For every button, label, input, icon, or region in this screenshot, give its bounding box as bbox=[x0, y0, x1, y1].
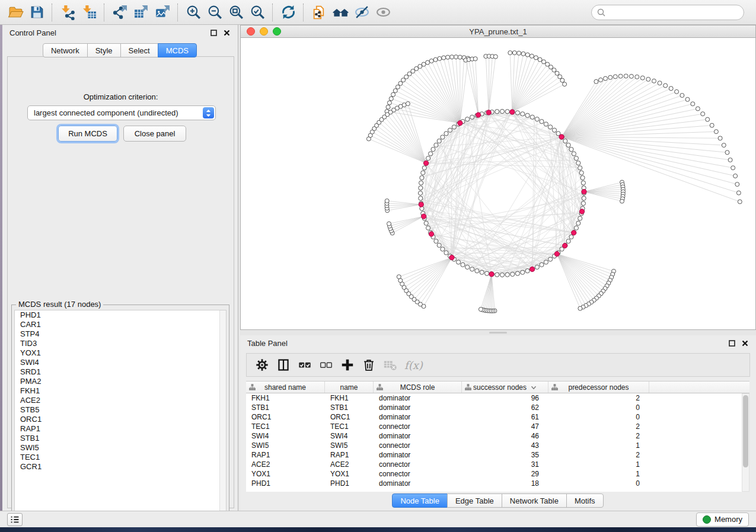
search-input[interactable] bbox=[609, 7, 738, 17]
float-panel-icon[interactable] bbox=[728, 339, 736, 347]
column-label: successor nodes bbox=[473, 383, 527, 392]
mcds-result-item[interactable]: RAP1 bbox=[15, 424, 226, 434]
mcds-result-item[interactable]: ORC1 bbox=[15, 415, 226, 424]
export-table-icon[interactable] bbox=[130, 2, 152, 23]
column-header-successor-nodes[interactable]: successor nodes bbox=[462, 382, 548, 393]
mcds-result-item[interactable]: PHD1 bbox=[15, 310, 226, 320]
hide-selected-icon[interactable] bbox=[351, 2, 372, 23]
cell-MCDS-role: dominator bbox=[374, 393, 462, 403]
column-header-shared-name[interactable]: shared name bbox=[246, 382, 325, 393]
import-network-icon[interactable] bbox=[57, 2, 78, 23]
cell-MCDS-role: dominator bbox=[374, 412, 462, 422]
toolbar-separator bbox=[104, 4, 105, 21]
mcds-result-item[interactable]: STP4 bbox=[15, 329, 226, 339]
cell-predecessor-nodes: 2 bbox=[548, 450, 649, 460]
table-row[interactable]: PHD1PHD1dominator180 bbox=[246, 479, 742, 488]
memory-label: Memory bbox=[714, 515, 742, 524]
column-header-name[interactable]: name bbox=[325, 382, 374, 393]
show-columns-icon[interactable] bbox=[294, 355, 315, 374]
table-row[interactable]: TEC1TEC1connector472 bbox=[246, 422, 742, 431]
close-panel-button[interactable]: Close panel bbox=[123, 126, 186, 142]
cell-name: STB1 bbox=[325, 403, 374, 412]
table-row[interactable]: SWI5SWI5connector431 bbox=[246, 441, 742, 450]
mcds-result-item[interactable]: PMA2 bbox=[15, 377, 226, 386]
table-row[interactable]: SWI4SWI4dominator462 bbox=[246, 431, 742, 441]
table-row[interactable]: ACE2ACE2connector311 bbox=[246, 460, 742, 469]
zoom-out-icon[interactable] bbox=[204, 2, 225, 23]
table-row[interactable]: STB1STB1dominator620 bbox=[246, 403, 742, 412]
tab-motifs[interactable]: Motifs bbox=[566, 493, 604, 508]
network-canvas[interactable] bbox=[240, 38, 756, 330]
tab-network-table[interactable]: Network Table bbox=[502, 493, 567, 508]
tab-mcds[interactable]: MCDS bbox=[158, 43, 197, 57]
column-type-icon bbox=[377, 384, 383, 390]
mcds-result-list[interactable]: PHD1CAR1STP4TID3YOX1SWI4SRD1PMA2FKH1ACE2… bbox=[14, 310, 227, 521]
tab-style[interactable]: Style bbox=[87, 43, 121, 57]
tab-node-table[interactable]: Node Table bbox=[392, 493, 448, 508]
cell-successor-nodes: 96 bbox=[462, 393, 548, 403]
tab-select[interactable]: Select bbox=[120, 43, 158, 57]
duplicate-icon[interactable] bbox=[308, 2, 330, 23]
mcds-result-item[interactable]: GCR1 bbox=[15, 462, 226, 472]
settings-icon[interactable] bbox=[251, 355, 273, 374]
table-panel: Table Panel f(x) shared namenameMCDS rol… bbox=[240, 335, 756, 511]
mcds-result-item[interactable]: STB5 bbox=[15, 405, 226, 415]
cell-predecessor-nodes: 1 bbox=[548, 441, 649, 450]
table-scrollbar-thumb[interactable] bbox=[743, 395, 748, 467]
mcds-result-item[interactable]: SWI4 bbox=[15, 358, 226, 367]
refresh-icon[interactable] bbox=[277, 2, 299, 23]
close-panel-icon[interactable] bbox=[741, 339, 749, 347]
float-panel-icon[interactable] bbox=[210, 29, 218, 37]
zoom-fit-icon[interactable] bbox=[225, 2, 247, 23]
zoom-selected-icon[interactable] bbox=[247, 2, 268, 23]
horizontal-splitter[interactable] bbox=[240, 330, 756, 335]
table-row[interactable]: RAP1RAP1dominator352 bbox=[246, 450, 742, 460]
mcds-result-item[interactable]: YOX1 bbox=[15, 348, 226, 358]
network-window-titlebar[interactable]: YPA_prune.txt_1 bbox=[240, 25, 756, 38]
mcds-result-item[interactable]: ACE2 bbox=[15, 396, 226, 405]
cell-shared-name: RAP1 bbox=[246, 450, 325, 460]
table-scrollbar[interactable] bbox=[742, 393, 749, 492]
network-graph[interactable] bbox=[241, 38, 755, 329]
cell-successor-nodes: 46 bbox=[462, 431, 548, 441]
mcds-result-item[interactable]: STB1 bbox=[15, 434, 226, 443]
cell-shared-name: ORC1 bbox=[246, 412, 325, 422]
column-header-MCDS-role[interactable]: MCDS role bbox=[374, 382, 462, 393]
add-icon[interactable] bbox=[337, 355, 358, 374]
cell-predecessor-nodes: 1 bbox=[548, 469, 649, 479]
save-icon[interactable] bbox=[26, 2, 47, 23]
mcds-result-item[interactable]: CAR1 bbox=[15, 320, 226, 329]
cell-shared-name: FKH1 bbox=[246, 393, 325, 403]
import-table-icon[interactable] bbox=[78, 2, 100, 23]
delete-icon[interactable] bbox=[358, 355, 379, 374]
table-panel-title: Table Panel bbox=[247, 339, 288, 348]
toolbar-separator bbox=[303, 4, 304, 21]
close-panel-icon[interactable] bbox=[223, 29, 231, 37]
export-network-icon[interactable] bbox=[109, 2, 130, 23]
memory-status-icon bbox=[703, 515, 711, 524]
zoom-in-icon[interactable] bbox=[183, 2, 204, 23]
cell-successor-nodes: 29 bbox=[462, 469, 548, 479]
run-mcds-button[interactable]: Run MCDS bbox=[58, 126, 117, 142]
criterion-select[interactable]: largest connected component (undirected) bbox=[27, 105, 216, 120]
mcds-list-scrollbar[interactable] bbox=[219, 310, 226, 520]
mcds-result-item[interactable]: TID3 bbox=[15, 339, 226, 348]
tab-network[interactable]: Network bbox=[43, 43, 88, 57]
column-header-predecessor-nodes[interactable]: predecessor nodes bbox=[548, 382, 649, 393]
hide-columns-icon[interactable] bbox=[315, 355, 337, 374]
table-row[interactable]: YOX1YOX1connector291 bbox=[246, 469, 742, 479]
table-row[interactable]: FKH1FKH1dominator962 bbox=[246, 393, 742, 403]
mcds-result-item[interactable]: SWI5 bbox=[15, 443, 226, 453]
mcds-result-item[interactable]: TEC1 bbox=[15, 453, 226, 462]
first-neighbors-icon[interactable] bbox=[330, 2, 351, 23]
open-icon[interactable] bbox=[5, 2, 26, 23]
mcds-result-item[interactable]: SRD1 bbox=[15, 367, 226, 377]
table-row[interactable]: ORC1ORC1dominator610 bbox=[246, 412, 742, 422]
task-history-button[interactable] bbox=[7, 513, 23, 526]
tab-edge-table[interactable]: Edge Table bbox=[447, 493, 502, 508]
columns-icon[interactable] bbox=[273, 355, 294, 374]
mcds-result-item[interactable]: FKH1 bbox=[15, 386, 226, 396]
export-image-icon[interactable] bbox=[152, 2, 173, 23]
search-box[interactable] bbox=[591, 5, 744, 20]
memory-button[interactable]: Memory bbox=[696, 512, 749, 527]
